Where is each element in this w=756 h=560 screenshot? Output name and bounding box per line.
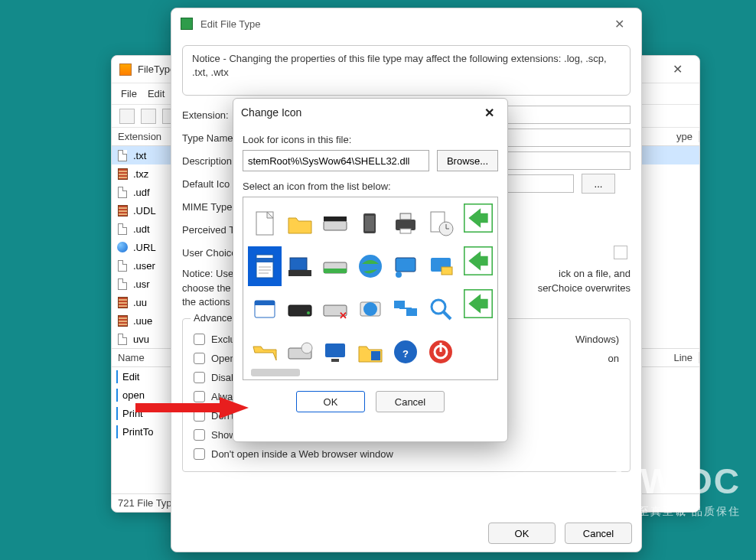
printer-icon[interactable] (389, 203, 422, 243)
icon-list[interactable]: ✕? (243, 197, 498, 380)
svg-rect-29 (442, 267, 452, 275)
close-icon[interactable]: ✕ (663, 59, 692, 80)
monitor-icon[interactable] (318, 332, 352, 372)
blank-icon[interactable] (459, 332, 493, 372)
icon-path-row: stemRoot%\SysWow64\SHELL32.dll Browse... (243, 150, 498, 171)
svg-rect-41 (394, 301, 405, 308)
toolbar-save-icon[interactable] (119, 109, 135, 124)
toolbar-refresh-icon[interactable] (141, 109, 156, 124)
globe-icon[interactable] (354, 246, 387, 286)
svg-rect-6 (400, 213, 411, 220)
icon-path-field[interactable]: stemRoot%\SysWow64\SHELL32.dll (243, 150, 429, 171)
notice-box: Notice - Changing the properties of this… (182, 45, 631, 96)
look-label: Look for icons in this file: (243, 134, 498, 145)
checkbox-icon[interactable] (194, 353, 205, 364)
list-item-label: .udt (133, 223, 150, 235)
settings-monitor-icon[interactable] (424, 246, 458, 286)
close-icon[interactable]: ✕ (607, 14, 632, 34)
network-computers-icon[interactable] (389, 289, 422, 329)
list-item-label: .uue (133, 315, 152, 327)
folder-apps-icon[interactable] (354, 332, 387, 372)
document-icon (116, 259, 129, 272)
globe-monitor-icon[interactable] (354, 289, 387, 329)
list-item-label: .usr (133, 278, 150, 290)
archive-icon (116, 168, 129, 180)
cancel-button[interactable]: Cancel (565, 523, 632, 544)
drive-green-icon[interactable] (318, 246, 352, 286)
scrollbar-thumb[interactable] (251, 369, 300, 376)
chip-icon[interactable] (354, 203, 387, 243)
checkbox-icon[interactable] (194, 429, 205, 441)
chk-exclude-note: Windows) (575, 334, 619, 345)
svg-point-51 (301, 343, 312, 353)
list-item-label: .txt (133, 150, 146, 161)
list-item-label: .user (133, 260, 155, 272)
drive-dark-icon[interactable] (283, 289, 317, 329)
power-icon[interactable] (424, 332, 458, 372)
list-item-label: .uu (133, 297, 147, 308)
usb-arrow-icon[interactable] (459, 289, 493, 329)
notice2-l2: choose the (182, 282, 231, 295)
notice2-r1: ick on a file, and (559, 267, 631, 281)
close-icon[interactable]: ✕ (478, 103, 500, 122)
userchoice-checkbox[interactable] (614, 246, 627, 259)
browse-button[interactable]: Browse... (437, 150, 498, 171)
chk-dontopenweb[interactable]: Don't open inside a Web browser window (192, 444, 621, 464)
svg-point-27 (396, 272, 402, 278)
computer-icon[interactable] (283, 246, 317, 286)
checkbox-icon[interactable] (194, 334, 205, 345)
search-icon[interactable] (424, 289, 458, 329)
ok-button[interactable]: OK (296, 391, 365, 412)
globe-icon (116, 241, 129, 253)
svg-rect-60 (135, 403, 220, 412)
blank-document-icon[interactable] (248, 203, 282, 243)
defaulticon-browse-button[interactable]: ... (582, 174, 615, 194)
svg-point-25 (359, 255, 382, 278)
change-icon-dialog: Change Icon ✕ Look for icons in this fil… (233, 98, 508, 442)
chk-open-note: on (608, 353, 619, 364)
list-item-label: .udf (133, 187, 150, 198)
document-icon (116, 149, 129, 161)
network-monitor-icon[interactable] (389, 246, 422, 286)
ok-button[interactable]: OK (488, 523, 556, 544)
svg-text:✕: ✕ (339, 310, 347, 321)
watermark-big: HWIDC (614, 461, 741, 502)
checkbox-icon[interactable] (194, 448, 205, 460)
text-document-icon[interactable] (248, 246, 282, 286)
list-item-label: .URL (133, 242, 156, 253)
menu-edit[interactable]: Edit (148, 88, 165, 99)
edit-title: Edit File Type (200, 18, 261, 30)
folder-open-icon[interactable] (248, 332, 282, 372)
disc-drive-icon[interactable] (283, 332, 317, 372)
svg-rect-34 (255, 301, 275, 305)
svg-rect-21 (290, 258, 307, 270)
changeicon-buttons: OK Cancel (243, 391, 498, 412)
notepad-icon (116, 408, 118, 419)
notice2-r2: serChoice overwrites (538, 282, 631, 295)
list-item-label: .txz (133, 168, 148, 180)
svg-rect-26 (396, 258, 415, 272)
document-icon (116, 333, 129, 345)
checkbox-icon[interactable] (194, 372, 205, 383)
icon-path-value: stemRoot%\SysWow64\SHELL32.dll (248, 155, 409, 167)
notice2-l3: the actions (182, 296, 230, 308)
menu-file[interactable]: File (121, 88, 137, 99)
chk-dontopenweb-label: Don't open inside a Web browser window (211, 448, 393, 460)
edit-dialog-buttons: OK Cancel (488, 523, 632, 544)
archive-icon (116, 204, 129, 217)
run-dialog-icon[interactable] (459, 203, 493, 243)
notepad-icon (116, 371, 118, 383)
drive-icon[interactable] (318, 203, 352, 243)
list-item-label: .UDL (133, 205, 156, 217)
folder-icon[interactable] (283, 203, 317, 243)
watermark-small: 至真至诚 品质保住 (614, 505, 741, 519)
clock-document-icon[interactable] (424, 203, 458, 243)
window-icon[interactable] (248, 289, 282, 329)
svg-rect-17 (256, 258, 273, 262)
svg-rect-7 (400, 229, 411, 233)
drive-error-icon[interactable]: ✕ (318, 289, 352, 329)
document-icon (116, 186, 129, 198)
help-icon[interactable]: ? (389, 332, 422, 372)
cancel-button[interactable]: Cancel (376, 391, 445, 412)
night-monitor-icon[interactable] (459, 246, 493, 286)
